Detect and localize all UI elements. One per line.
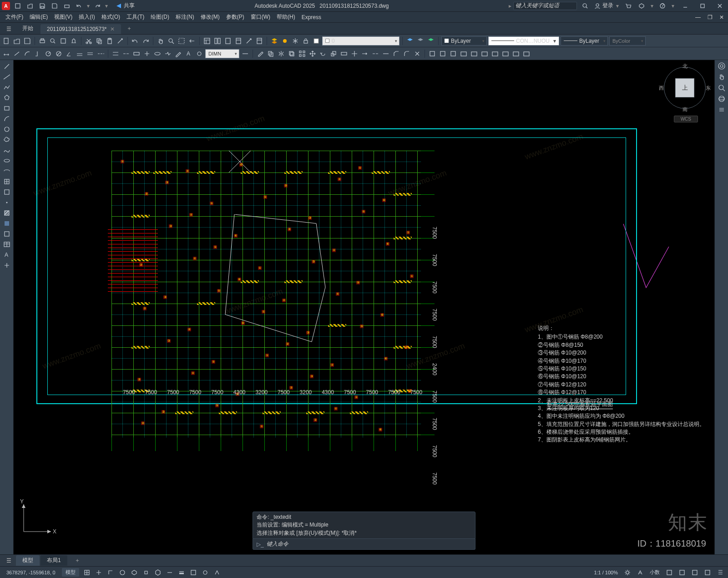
plotstyle-dropdown[interactable]: ByColor: [609, 36, 646, 46]
status-anno-icon[interactable]: [635, 568, 645, 577]
qat-new-icon[interactable]: [13, 1, 22, 10]
layer-state-icon[interactable]: [280, 36, 289, 46]
dim-quick-icon[interactable]: [75, 49, 84, 58]
status-iso-icon[interactable]: [677, 568, 687, 577]
mod-move-icon[interactable]: [308, 49, 317, 58]
login-button[interactable]: 登录▾: [594, 2, 619, 10]
dim-aligned-icon[interactable]: [12, 49, 21, 58]
ref-underlay-icon[interactable]: [511, 49, 521, 58]
draw-revcloud-icon[interactable]: [2, 135, 11, 144]
nav-wheel-icon[interactable]: [718, 62, 726, 70]
tool-preview-icon[interactable]: [48, 36, 57, 46]
draw-line-icon[interactable]: [2, 62, 11, 71]
maximize-button[interactable]: [696, 1, 709, 10]
dim-arc-icon[interactable]: [23, 49, 32, 58]
tool-zoom-icon[interactable]: [167, 36, 176, 46]
app-store-icon[interactable]: [637, 1, 646, 10]
draw-spline-icon[interactable]: [2, 146, 11, 155]
tool-markup-icon[interactable]: [244, 36, 253, 46]
mod-chamfer-icon[interactable]: [392, 49, 401, 58]
tool-save-icon[interactable]: [23, 36, 32, 46]
qat-saveas-icon[interactable]: [50, 1, 59, 10]
draw-region-icon[interactable]: [2, 229, 11, 238]
status-custom-icon[interactable]: ☰: [715, 568, 725, 577]
draw-mtext-icon[interactable]: A: [2, 250, 11, 259]
draw-table-icon[interactable]: [2, 240, 11, 249]
draw-rect-icon[interactable]: [2, 104, 11, 113]
linetype-dropdown[interactable]: CON…NUOU▾: [488, 36, 559, 46]
status-model-button[interactable]: 模型: [62, 568, 79, 577]
status-cycle-icon[interactable]: [200, 568, 210, 577]
dim-cont-icon[interactable]: [96, 49, 105, 58]
status-hw-icon[interactable]: [690, 568, 700, 577]
dim-linear-icon[interactable]: [2, 49, 11, 58]
menu-draw[interactable]: 绘图(D): [148, 12, 172, 22]
qat-save-icon[interactable]: [38, 1, 47, 10]
status-isodraft-icon[interactable]: [129, 568, 139, 577]
qat-redo-icon[interactable]: [93, 1, 102, 10]
mod-stretch-icon[interactable]: [339, 49, 349, 58]
mod-extend-icon[interactable]: [360, 49, 369, 58]
layer-freeze-icon[interactable]: [291, 36, 300, 46]
ref-dwf-icon[interactable]: [470, 49, 479, 58]
status-polar-icon[interactable]: [117, 568, 127, 577]
tab-document[interactable]: 2011091318125120573*✕: [40, 24, 121, 34]
ref-pdf-icon[interactable]: [480, 49, 489, 58]
nav-pan-icon[interactable]: [718, 73, 726, 81]
draw-arc-icon[interactable]: [2, 114, 11, 123]
ref-edit-icon[interactable]: [449, 49, 458, 58]
help-search-input[interactable]: 键入关键字或短语: [513, 2, 577, 10]
app-logo-icon[interactable]: A: [2, 2, 10, 10]
mod-join-icon[interactable]: [381, 49, 390, 58]
doc-restore-icon[interactable]: ❐: [705, 13, 714, 22]
tool-new-icon[interactable]: [2, 36, 11, 46]
dim-base-icon[interactable]: [86, 49, 95, 58]
tab-start[interactable]: 开始: [16, 23, 40, 34]
lineweight-dropdown[interactable]: ByLayer: [561, 36, 608, 46]
tab-close-icon[interactable]: ✕: [110, 26, 115, 32]
status-gear-icon[interactable]: [622, 568, 632, 577]
tool-sheet-icon[interactable]: [234, 36, 243, 46]
tool-print-icon[interactable]: [38, 36, 47, 46]
ref-attach-icon[interactable]: [428, 49, 437, 58]
qat-plot-icon[interactable]: [62, 1, 71, 10]
draw-block-icon[interactable]: [2, 188, 11, 197]
ref-clip-icon[interactable]: [438, 49, 447, 58]
menu-express[interactable]: Express: [299, 13, 324, 21]
dim-dia-icon[interactable]: [54, 49, 63, 58]
viewcube-south[interactable]: 南: [682, 106, 688, 113]
wcs-label[interactable]: WCS: [674, 116, 698, 122]
qat-undo-icon[interactable]: [75, 1, 84, 10]
mod-mirror-icon[interactable]: [277, 49, 286, 58]
menu-insert[interactable]: 插入(I): [76, 12, 97, 22]
doc-close-icon[interactable]: ✕: [717, 13, 726, 22]
layout-menu-icon[interactable]: ☰: [3, 556, 15, 565]
draw-insert-icon[interactable]: [2, 177, 11, 186]
tool-redo2-icon[interactable]: [141, 36, 150, 46]
draw-pline-icon[interactable]: [2, 83, 11, 92]
status-transp-icon[interactable]: [188, 568, 198, 577]
menu-edit[interactable]: 编辑(E): [27, 12, 51, 22]
mod-scale-icon[interactable]: [329, 49, 338, 58]
dim-rad-icon[interactable]: [44, 49, 53, 58]
command-input[interactable]: ▷_ 键入命令: [253, 539, 475, 550]
tool-undo2-icon[interactable]: [131, 36, 140, 46]
mod-trim-icon[interactable]: [350, 49, 359, 58]
share-button[interactable]: 共享: [116, 2, 135, 10]
viewcube-east[interactable]: 东: [706, 85, 711, 91]
mod-fillet-icon[interactable]: [402, 49, 411, 58]
tool-zoomprev-icon[interactable]: [187, 36, 197, 46]
status-snap-icon[interactable]: [94, 568, 104, 577]
draw-polygon-icon[interactable]: [2, 93, 11, 102]
tool-toolpal-icon[interactable]: [223, 36, 233, 46]
tool-props-icon[interactable]: [202, 36, 212, 46]
viewcube-north[interactable]: 北: [682, 63, 688, 70]
ref-dgn-icon[interactable]: [490, 49, 500, 58]
ref-image-icon[interactable]: [459, 49, 468, 58]
dim-break-icon[interactable]: [121, 49, 131, 58]
menu-param[interactable]: 参数(P): [223, 12, 247, 22]
tool-cut-icon[interactable]: [84, 36, 93, 46]
dimstyle-dropdown[interactable]: DIMN: [205, 49, 239, 58]
cart-icon[interactable]: [623, 1, 632, 10]
color-dropdown[interactable]: ByLayer: [441, 36, 487, 46]
